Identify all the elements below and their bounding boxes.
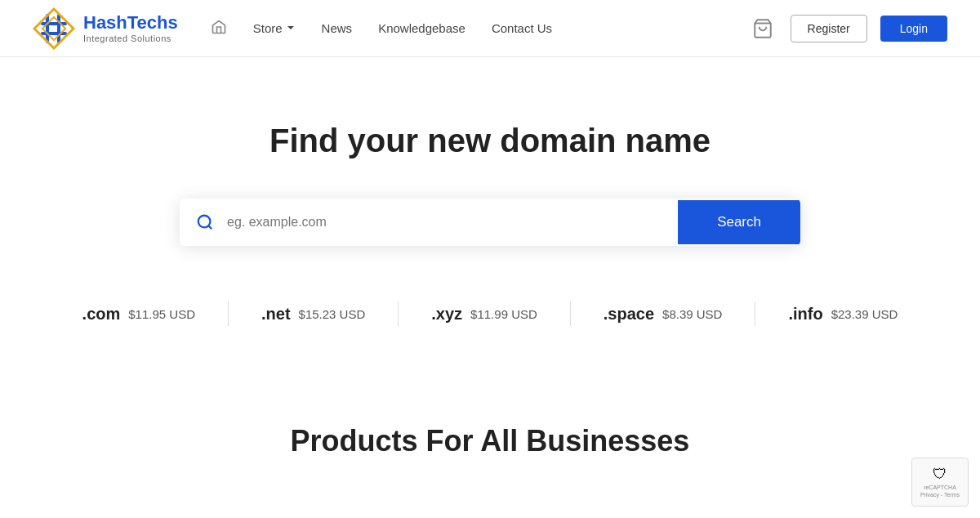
domain-price-com: $11.95 USD (128, 307, 195, 321)
domain-price-xyz: $11.99 USD (470, 307, 537, 321)
domain-price-info: $23.39 USD (831, 307, 898, 321)
domain-ext-info: .info (788, 305, 822, 324)
hero-title: Find your new domain name (270, 123, 710, 159)
domain-ext-space: .space (604, 305, 654, 324)
svg-point-8 (198, 216, 211, 228)
home-link[interactable] (211, 24, 227, 38)
cart-button[interactable] (748, 14, 777, 43)
svg-rect-4 (41, 32, 67, 35)
nav-store[interactable]: Store (253, 21, 296, 35)
products-section: Products For All Businesses (0, 375, 980, 458)
recaptcha-badge: 🛡 reCAPTCHAPrivacy - Terms (911, 458, 969, 507)
domain-price-space: $8.39 USD (662, 307, 722, 321)
svg-rect-2 (57, 14, 60, 43)
products-title: Products For All Businesses (0, 424, 980, 458)
search-input[interactable] (227, 199, 678, 246)
store-link[interactable]: Store (253, 21, 296, 35)
svg-marker-5 (34, 9, 74, 48)
recaptcha-icon: 🛡 (933, 466, 947, 483)
store-chevron-icon (286, 21, 296, 35)
nav-home[interactable] (211, 19, 227, 38)
logo-text: HashTechs Integrated Solutions (83, 13, 178, 42)
logo-icon (33, 7, 75, 50)
contact-link[interactable]: Contact Us (492, 21, 552, 35)
search-button[interactable]: Search (678, 200, 800, 244)
domain-item-net: .net $15.23 USD (229, 305, 398, 324)
domain-item-com: .com $11.95 USD (50, 305, 228, 324)
knowledgebase-link[interactable]: Knowledgebase (378, 21, 466, 35)
svg-line-9 (208, 226, 212, 229)
search-container: Search (180, 199, 800, 246)
nav-news[interactable]: News (322, 21, 353, 36)
login-button[interactable]: Login (880, 16, 947, 42)
domain-item-xyz: .xyz $11.99 USD (399, 305, 570, 324)
logo-link[interactable]: HashTechs Integrated Solutions (33, 7, 178, 50)
hero-section: Find your new domain name Search .com $1… (0, 57, 980, 375)
domain-ext-net: .net (261, 305, 291, 324)
logo-subtitle: Integrated Solutions (83, 33, 178, 43)
register-button[interactable]: Register (791, 15, 867, 42)
navbar: HashTechs Integrated Solutions Store (0, 0, 980, 57)
recaptcha-text: reCAPTCHAPrivacy - Terms (920, 485, 960, 498)
nav-knowledgebase[interactable]: Knowledgebase (378, 21, 466, 36)
nav-links: Store News Knowledgebase (211, 19, 552, 38)
domain-pricing-row: .com $11.95 USD .net $15.23 USD .xyz $11… (0, 285, 980, 342)
domain-ext-xyz: .xyz (431, 305, 462, 324)
search-icon (196, 213, 214, 231)
domain-ext-com: .com (82, 305, 121, 324)
domain-item-space: .space $8.39 USD (571, 305, 755, 324)
navbar-left: HashTechs Integrated Solutions Store (33, 7, 552, 50)
store-label: Store (253, 21, 283, 35)
svg-rect-3 (41, 22, 67, 25)
domain-item-info: .info $23.39 USD (755, 305, 930, 324)
search-icon-wrap (180, 213, 227, 231)
domain-price-net: $15.23 USD (299, 307, 366, 321)
news-link[interactable]: News (322, 21, 353, 35)
cart-icon (752, 18, 773, 39)
home-icon (211, 24, 227, 38)
nav-contact[interactable]: Contact Us (492, 21, 552, 36)
logo-name: HashTechs (83, 13, 178, 33)
navbar-right: Register Login (748, 14, 947, 43)
